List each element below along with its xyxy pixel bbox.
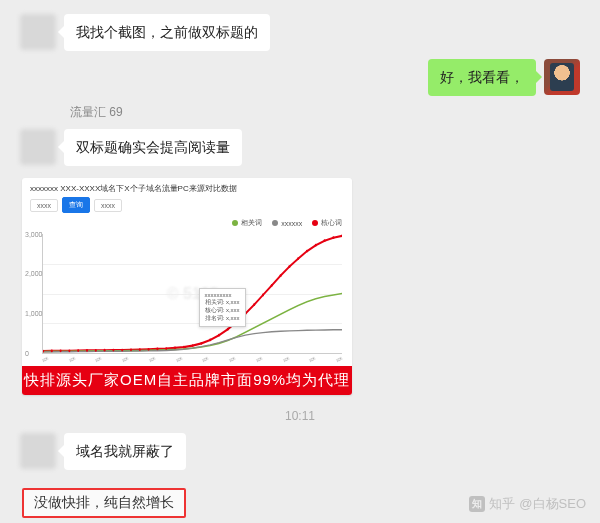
svg-point-14	[165, 347, 167, 350]
y-tick: 2,000	[25, 270, 43, 277]
avatar-other[interactable]	[20, 14, 56, 50]
chart-legend: 相关词 xxxxxx 核心词	[22, 216, 352, 230]
ad-banner: 快排源头厂家 OEM自主品牌 市面99%均为代理	[22, 366, 352, 395]
watermark-site: 知乎	[489, 495, 515, 513]
legend-item: 核心词	[312, 218, 342, 228]
group-name-label: 流量汇 69	[70, 104, 588, 121]
avatar-other[interactable]	[20, 433, 56, 469]
zhihu-watermark: 知 知乎 @白杨SEO	[469, 495, 586, 513]
message-bubble[interactable]: 我找个截图，之前做双标题的	[64, 14, 270, 51]
zhihu-icon: 知	[469, 496, 485, 512]
svg-point-3	[68, 349, 70, 352]
svg-point-13	[156, 348, 158, 351]
chat-timestamp: 10:11	[12, 409, 588, 423]
svg-point-19	[209, 339, 211, 342]
svg-point-10	[130, 348, 132, 351]
tooltip-line: 排名词: x,xxx	[205, 315, 240, 323]
svg-point-9	[121, 349, 123, 352]
svg-point-11	[139, 348, 141, 351]
tooltip-line: 核心词: x,xxx	[205, 307, 240, 315]
chart-plot-area: 0 1,000 2,000 3,000 © 5118 xxxxxxxxx 相关词…	[42, 234, 342, 354]
chart-header: xxxxxxx XXX-XXXX域名下X个子域名流量PC来源对比数据 xxxx …	[22, 178, 352, 216]
message-left-2: 双标题确实会提高阅读量	[12, 129, 588, 166]
svg-point-30	[306, 250, 308, 253]
analytics-screenshot: xxxxxxx XXX-XXXX域名下X个子域名流量PC来源对比数据 xxxx …	[22, 178, 352, 395]
highlighted-note: 没做快排，纯自然增长	[22, 488, 186, 518]
svg-point-28	[288, 265, 290, 268]
svg-point-27	[280, 274, 282, 277]
y-tick: 1,000	[25, 309, 43, 316]
svg-point-17	[192, 344, 194, 347]
svg-point-20	[218, 334, 220, 337]
x-axis: xxxxxxxxxxxxxxxxxxxxxxxx	[22, 356, 352, 366]
tooltip-line: 相关词: x,xxx	[205, 299, 240, 307]
message-right-1: 好，我看看，	[12, 59, 588, 96]
svg-point-24	[253, 303, 255, 306]
svg-point-7	[104, 349, 106, 352]
message-left-1: 我找个截图，之前做双标题的	[12, 14, 588, 51]
legend-label: 相关词	[241, 218, 262, 228]
chart-svg	[43, 234, 342, 353]
avatar-other[interactable]	[20, 129, 56, 165]
svg-point-2	[60, 349, 62, 352]
y-tick: 3,000	[25, 231, 43, 238]
svg-point-31	[315, 244, 317, 247]
chart-toolbar: xxxx 查询 xxxx	[30, 197, 344, 213]
svg-point-32	[324, 239, 326, 242]
toolbar-button[interactable]: xxxx	[30, 199, 58, 212]
banner-text: 快排源头厂家	[24, 371, 120, 390]
message-bubble[interactable]: 域名我就屏蔽了	[64, 433, 186, 470]
svg-point-5	[86, 349, 88, 352]
watermark-author: @白杨SEO	[519, 495, 586, 513]
legend-item: 相关词	[232, 218, 262, 228]
svg-point-16	[183, 346, 185, 349]
chart-tooltip: xxxxxxxxx 相关词: x,xxx 核心词: x,xxx 排名词: x,x…	[199, 288, 246, 327]
svg-point-21	[227, 328, 229, 331]
chart-title: xxxxxxx XXX-XXXX域名下X个子域名流量PC来源对比数据	[30, 183, 344, 194]
chat-container: 我找个截图，之前做双标题的 好，我看看， 流量汇 69 双标题确实会提高阅读量 …	[0, 0, 600, 523]
query-button[interactable]: 查询	[62, 197, 90, 213]
banner-text: OEM自主品牌	[120, 371, 221, 390]
legend-label: 核心词	[321, 218, 342, 228]
svg-point-33	[332, 236, 334, 239]
avatar-self[interactable]	[544, 59, 580, 95]
legend-label: xxxxxx	[281, 220, 302, 227]
legend-item: xxxxxx	[272, 218, 302, 228]
svg-point-8	[112, 349, 114, 352]
shared-image[interactable]: xxxxxxx XXX-XXXX域名下X个子域名流量PC来源对比数据 xxxx …	[22, 178, 352, 395]
svg-point-15	[174, 346, 176, 349]
svg-point-18	[200, 342, 202, 345]
svg-point-12	[148, 348, 150, 351]
svg-point-6	[95, 349, 97, 352]
message-bubble-self[interactable]: 好，我看看，	[428, 59, 536, 96]
message-left-image: xxxxxxx XXX-XXXX域名下X个子域名流量PC来源对比数据 xxxx …	[12, 178, 588, 395]
svg-point-4	[77, 349, 79, 352]
svg-point-29	[297, 257, 299, 260]
svg-point-26	[271, 284, 273, 287]
y-tick: 0	[25, 350, 29, 357]
message-left-3: 域名我就屏蔽了	[12, 433, 588, 470]
svg-point-25	[262, 294, 264, 297]
banner-text: 市面99%均为代理	[221, 371, 350, 390]
toolbar-button[interactable]: xxxx	[94, 199, 122, 212]
message-bubble[interactable]: 双标题确实会提高阅读量	[64, 129, 242, 166]
svg-point-1	[51, 350, 53, 353]
